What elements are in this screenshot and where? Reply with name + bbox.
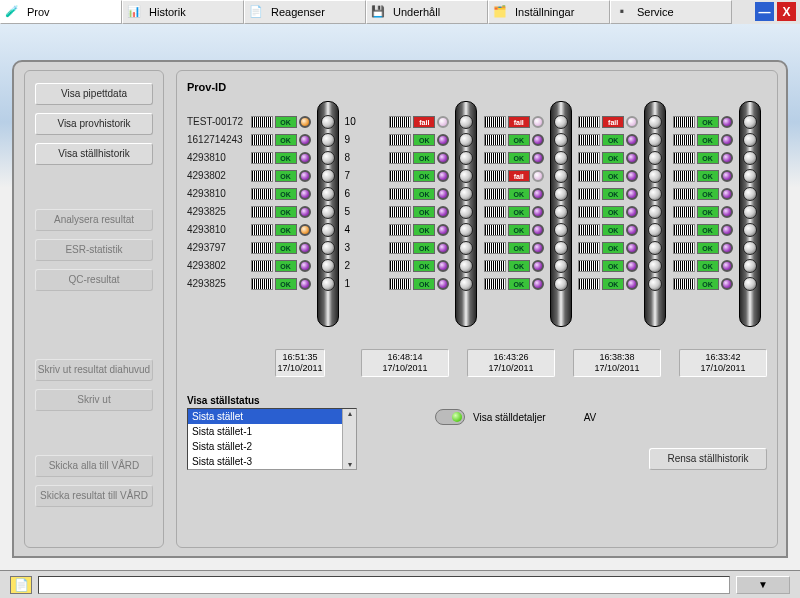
list-item[interactable]: Sista stället-3 [188, 454, 356, 469]
sample-slot[interactable]: OK [578, 221, 638, 239]
sample-slot[interactable]: OK [673, 131, 733, 149]
sample-slot[interactable]: OK [251, 149, 311, 167]
sample-slot[interactable]: OK [389, 185, 449, 203]
status-ok-badge: OK [697, 278, 719, 290]
sample-slot[interactable]: OK [389, 167, 449, 185]
tab-reagenser[interactable]: 📄Reagenser [244, 0, 366, 24]
rensa-stallhistorik-button[interactable]: Rensa ställhistorik [649, 448, 767, 470]
sample-slot[interactable]: OK [484, 131, 544, 149]
pipe-hole-icon [321, 187, 335, 201]
sample-slot[interactable]: OK [251, 131, 311, 149]
skriv-ut-button: Skriv ut [35, 389, 153, 411]
sample-slot[interactable]: OK [251, 257, 311, 275]
barcode-icon [673, 188, 695, 200]
sample-slot[interactable]: OK [673, 167, 733, 185]
sample-slot[interactable]: OK [673, 239, 733, 257]
sample-slot[interactable]: OK [578, 185, 638, 203]
scrollbar[interactable] [342, 409, 356, 469]
sample-slot[interactable]: OK [673, 149, 733, 167]
sample-slot[interactable]: OK [578, 131, 638, 149]
sample-slot[interactable]: OK [578, 167, 638, 185]
sample-slot[interactable]: fail [484, 167, 544, 185]
list-item[interactable]: Sista stället [188, 409, 356, 424]
tab-prov[interactable]: 🧪Prov [0, 0, 122, 24]
sample-slot[interactable]: OK [484, 185, 544, 203]
pipe-hole-icon [321, 115, 335, 129]
barcode-icon [251, 134, 273, 146]
visa-stalldetaljer-toggle[interactable]: Visa ställdetaljer AV [435, 409, 596, 425]
sample-slot[interactable]: OK [673, 275, 733, 293]
barcode-icon [484, 224, 506, 236]
pipe-hole-icon [459, 277, 473, 291]
prov-id-heading: Prov-ID [187, 81, 767, 93]
status-ok-badge: OK [697, 224, 719, 236]
sample-slot[interactable]: OK [389, 275, 449, 293]
sample-slot[interactable]: OK [251, 275, 311, 293]
visa-stallhistorik-button[interactable]: Visa ställhistorik [35, 143, 153, 165]
sample-slot[interactable]: OK [251, 167, 311, 185]
sample-slot[interactable]: OK [578, 149, 638, 167]
pipe-hole-icon [743, 187, 757, 201]
sample-slot[interactable]: OK [673, 221, 733, 239]
tab-historik[interactable]: 📊Historik [122, 0, 244, 24]
close-button[interactable]: X [777, 2, 796, 21]
sample-id: 4293810 [187, 149, 251, 167]
status-ok-badge: OK [602, 278, 624, 290]
status-ok-badge: OK [602, 260, 624, 272]
status-ok-badge: OK [697, 170, 719, 182]
status-message-field[interactable] [38, 576, 730, 594]
sample-slot[interactable]: OK [673, 113, 733, 131]
lower-controls: Visa ställstatus Sista stället Sista stä… [187, 395, 767, 470]
sample-slot[interactable]: fail [484, 113, 544, 131]
sample-slot[interactable]: fail [389, 113, 449, 131]
minimize-button[interactable]: — [755, 2, 774, 21]
sample-slot[interactable]: OK [389, 221, 449, 239]
sample-slot[interactable]: OK [484, 257, 544, 275]
tab-underhall[interactable]: 💾Underhåll [366, 0, 488, 24]
sample-slot[interactable]: OK [389, 131, 449, 149]
status-ok-badge: OK [697, 116, 719, 128]
sample-slot[interactable]: OK [673, 203, 733, 221]
sample-slot[interactable]: OK [484, 275, 544, 293]
sample-slot[interactable]: OK [673, 257, 733, 275]
status-ok-badge: OK [275, 188, 297, 200]
sample-slot[interactable]: OK [673, 185, 733, 203]
sample-slot[interactable]: OK [251, 203, 311, 221]
sample-slot[interactable]: OK [484, 239, 544, 257]
sample-led-icon [626, 170, 638, 182]
list-item[interactable]: Sista stället-1 [188, 424, 356, 439]
visa-provhistorik-button[interactable]: Visa provhistorik [35, 113, 153, 135]
sample-slot[interactable]: OK [389, 203, 449, 221]
pipe-hole-icon [554, 133, 568, 147]
sample-slot[interactable]: OK [578, 239, 638, 257]
status-ok-badge: OK [602, 206, 624, 218]
sample-id: 4293825 [187, 203, 251, 221]
pipe-hole-icon [321, 277, 335, 291]
sample-slot[interactable]: OK [578, 275, 638, 293]
sample-slot[interactable]: OK [251, 185, 311, 203]
sample-slot[interactable]: OK [251, 221, 311, 239]
sample-slot[interactable]: OK [484, 203, 544, 221]
status-dropdown[interactable]: ▼ [736, 576, 790, 594]
visa-pipettdata-button[interactable]: Visa pipettdata [35, 83, 153, 105]
sample-slot[interactable]: OK [389, 257, 449, 275]
sample-slot[interactable]: OK [389, 239, 449, 257]
tab-service[interactable]: ▪️Service [610, 0, 732, 24]
sample-id: TEST-00172 [187, 113, 251, 131]
sample-slot[interactable]: OK [251, 113, 311, 131]
rack-status-listbox[interactable]: Sista stället Sista stället-1 Sista stäl… [187, 408, 357, 470]
sample-slot[interactable]: fail [578, 113, 638, 131]
sample-slot[interactable]: OK [484, 221, 544, 239]
pipe-hole-icon [743, 115, 757, 129]
toggle-switch-icon[interactable] [435, 409, 465, 425]
sample-slot[interactable]: OK [578, 257, 638, 275]
sample-slot[interactable]: OK [251, 239, 311, 257]
sample-slot[interactable]: OK [484, 149, 544, 167]
sample-slot[interactable]: OK [389, 149, 449, 167]
barcode-icon [251, 260, 273, 272]
sample-slot[interactable]: OK [578, 203, 638, 221]
tab-installningar[interactable]: 🗂️Inställningar [488, 0, 610, 24]
pipe-hole-icon [459, 169, 473, 183]
list-item[interactable]: Sista stället-2 [188, 439, 356, 454]
status-ok-badge: OK [275, 134, 297, 146]
